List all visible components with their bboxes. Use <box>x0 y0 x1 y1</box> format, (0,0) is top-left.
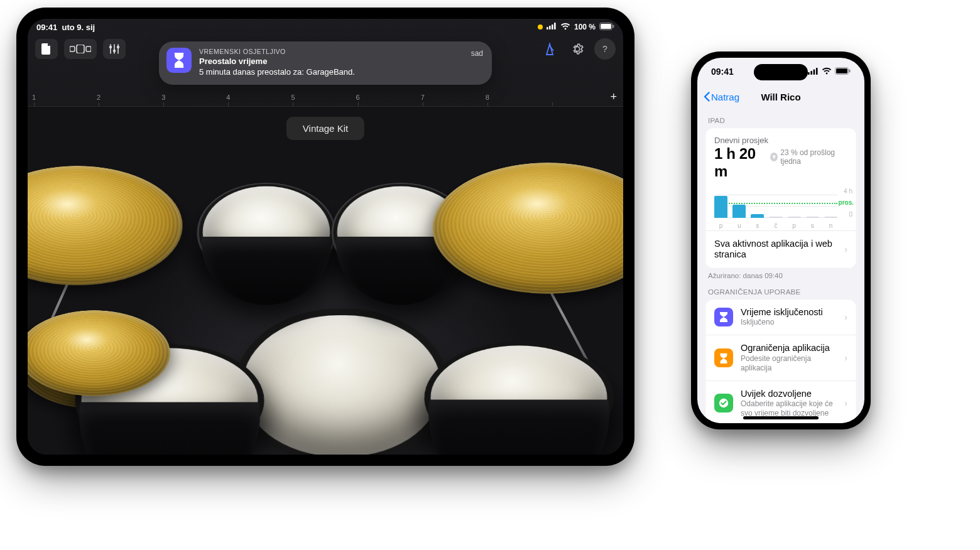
row-sub: Odaberite aplikacije koje će svo vrijeme… <box>741 399 837 418</box>
section-header-device: IPAD <box>705 108 856 128</box>
chevron-right-icon: › <box>844 244 847 254</box>
always-allowed-icon <box>714 394 733 412</box>
updated-footnote: Ažurirano: danas 09:40 <box>705 268 856 279</box>
notification-when: sad <box>471 48 483 58</box>
chart-bar <box>824 217 837 218</box>
chart-average-tag: pros. <box>839 199 854 206</box>
downtime-icon <box>714 308 733 326</box>
tick-label: 7 <box>421 94 425 101</box>
cellular-signal-icon <box>808 67 819 77</box>
status-date: uto 9. sij <box>62 23 95 32</box>
svg-rect-3 <box>554 23 556 30</box>
y-min-label: 0 <box>849 211 852 218</box>
tick-label: 2 <box>97 94 101 101</box>
tick-label: 6 <box>356 94 360 101</box>
ipad-status-bar: 09:41 uto 9. sij 100 % <box>28 19 623 35</box>
chevron-right-icon: › <box>844 353 847 363</box>
notification-title: Preostalo vrijeme <box>199 57 464 67</box>
help-button[interactable]: ? <box>594 38 616 60</box>
track-controls-button[interactable] <box>103 39 126 59</box>
svg-rect-18 <box>810 71 812 75</box>
drum-stage[interactable]: Vintage Kit <box>28 107 623 455</box>
status-time: 09:41 <box>711 67 734 77</box>
ipad-device: 09:41 uto 9. sij 100 % <box>16 8 634 466</box>
page-title: Will Rico <box>761 92 800 102</box>
crash-cymbal[interactable] <box>28 166 202 285</box>
settings-scroll[interactable]: IPAD Dnevni prosjek 1 h 20 m ▼ 23 % od p… <box>697 108 864 423</box>
chart-day-label: u <box>732 222 746 229</box>
delta-down-icon: ▼ <box>770 153 778 161</box>
dynamic-island <box>754 64 808 80</box>
add-section-button[interactable]: + <box>610 90 617 104</box>
chevron-right-icon: › <box>844 312 847 322</box>
section-header-limits: OGRANIČENJA UPORABE <box>705 279 856 299</box>
cellular-signal-icon <box>547 23 557 31</box>
location-indicator-icon <box>538 24 543 30</box>
chart-day-label: n <box>824 222 837 229</box>
chart-bar <box>769 217 782 218</box>
battery-icon <box>835 67 851 77</box>
downtime-row[interactable]: Vrijeme isključenosti Isključeno › <box>705 299 856 335</box>
notification-text: VREMENSKI OSJETLJIVO Preostalo vrijeme 5… <box>199 48 464 77</box>
rack-tom-left[interactable] <box>191 183 342 283</box>
tick-label: 8 <box>486 94 489 101</box>
y-max-label: 4 h <box>844 188 852 195</box>
row-sub: Podesite ograničenja aplikacija <box>741 354 837 373</box>
screen-time-notification[interactable]: VREMENSKI OSJETLJIVO Preostalo vrijeme 5… <box>159 41 492 85</box>
row-title: Ograničenja aplikacija <box>741 343 837 353</box>
tick-label: 4 <box>226 94 230 101</box>
status-time: 09:41 <box>36 23 57 32</box>
daily-average-label: Dnevni prosjek <box>714 136 847 145</box>
battery-percent: 100 % <box>574 23 596 31</box>
instrument-name-button[interactable]: Vintage Kit <box>286 117 364 140</box>
svg-rect-2 <box>552 24 553 30</box>
chevron-right-icon: › <box>844 398 847 408</box>
chart-bar <box>806 217 819 218</box>
app-limits-icon <box>714 348 733 367</box>
svg-point-15 <box>117 46 119 48</box>
back-label: Natrag <box>711 92 739 102</box>
tick-label: 5 <box>291 94 295 101</box>
my-songs-button[interactable] <box>35 39 58 59</box>
back-button[interactable]: Natrag <box>704 92 739 102</box>
home-indicator[interactable] <box>743 416 819 419</box>
all-activity-row[interactable]: Sva aktivnost aplikacija i web stranica … <box>705 230 856 268</box>
svg-rect-8 <box>77 45 84 53</box>
chevron-left-icon <box>704 92 710 102</box>
svg-point-14 <box>113 50 116 52</box>
iphone-device: 09:41 Natrag Will Rico IPAD <box>691 51 871 429</box>
svg-rect-0 <box>547 27 548 30</box>
notification-body: 5 minuta danas preostalo za: GarageBand. <box>199 67 464 78</box>
battery-icon <box>599 23 614 32</box>
svg-rect-17 <box>808 72 810 75</box>
daily-average-block: Dnevni prosjek 1 h 20 m ▼ 23 % od prošlo… <box>705 128 856 185</box>
delta-text: 23 % od prošlog tjedna <box>780 148 847 166</box>
settings-gear-icon[interactable] <box>567 38 588 60</box>
limits-card: Vrijeme isključenosti Isključeno › Ogran… <box>705 299 856 423</box>
svg-rect-23 <box>849 70 851 73</box>
floor-tom-right[interactable] <box>415 342 622 455</box>
activity-card: Dnevni prosjek 1 h 20 m ▼ 23 % od prošlo… <box>705 128 856 268</box>
metronome-button[interactable] <box>539 38 560 60</box>
browser-view-button[interactable] <box>64 39 97 59</box>
chart-day-label: p <box>714 222 727 229</box>
tick-label: 1 <box>32 94 36 101</box>
svg-point-13 <box>109 46 112 48</box>
wifi-icon <box>822 67 832 77</box>
usage-bar-chart: 4 h 0 pros. pusčpsn <box>705 185 856 230</box>
week-delta: ▼ 23 % od prošlog tjedna <box>770 148 847 166</box>
all-activity-label: Sva aktivnost aplikacija i web stranica <box>714 239 837 261</box>
wifi-icon <box>560 23 570 32</box>
chart-bar <box>732 205 746 218</box>
chart-bar <box>751 214 764 218</box>
row-title: Vrijeme isključenosti <box>741 307 837 318</box>
svg-rect-7 <box>70 46 75 51</box>
svg-rect-22 <box>836 68 847 73</box>
chart-day-label: s <box>806 222 819 229</box>
status-right: 100 % <box>538 23 614 32</box>
app-limits-row[interactable]: Ograničenja aplikacija Podesite ograniče… <box>705 335 856 380</box>
timeline-ruler[interactable]: 1 2 3 4 5 6 7 8 + <box>28 92 623 107</box>
chart-day-label: s <box>751 222 764 229</box>
row-sub: Isključeno <box>741 318 837 327</box>
svg-rect-20 <box>816 68 818 75</box>
